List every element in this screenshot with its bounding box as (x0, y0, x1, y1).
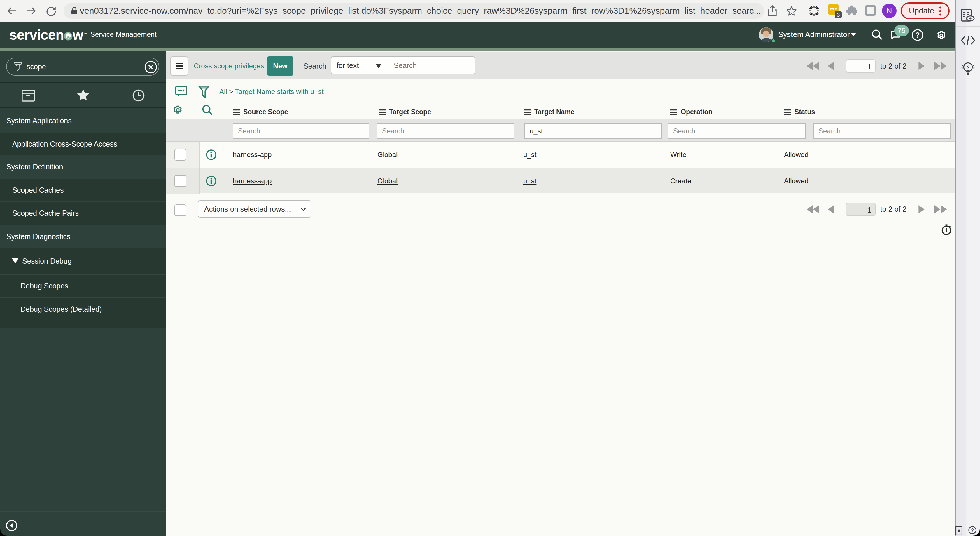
svg-text:?: ? (915, 31, 920, 39)
svg-text:3: 3 (837, 12, 840, 18)
